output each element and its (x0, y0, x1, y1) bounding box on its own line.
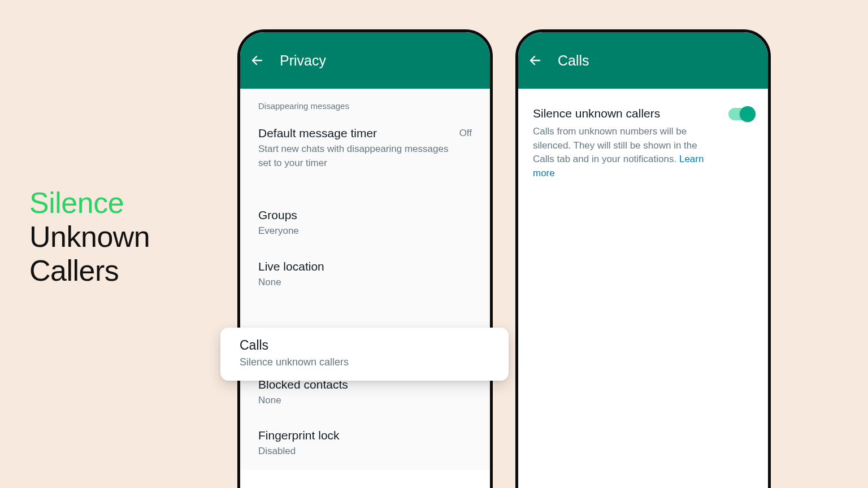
headline-line-3: Callers (29, 254, 119, 287)
setting-title: Calls (240, 338, 489, 353)
setting-title: Default message timer (258, 127, 453, 140)
setting-fingerprint-lock[interactable]: Fingerprint lock Disabled (240, 419, 490, 470)
appbar-calls: Calls (518, 32, 768, 89)
phone-privacy: Privacy Disappearing messages Default me… (237, 29, 493, 488)
setting-subtitle: Disabled (258, 445, 472, 459)
appbar-title: Calls (558, 53, 589, 69)
privacy-content: Disappearing messages Default message ti… (240, 89, 490, 470)
setting-value: Off (459, 127, 472, 139)
headline-line-1: Silence (29, 186, 124, 219)
setting-default-timer[interactable]: Default message timer Start new chats wi… (240, 116, 490, 181)
phone-calls: Calls Silence unknown callers Calls from… (515, 29, 771, 488)
setting-subtitle: None (258, 276, 472, 290)
setting-title: Silence unknown callers (533, 107, 721, 120)
setting-calls-highlighted[interactable]: Calls Silence unknown callers (220, 328, 509, 381)
setting-description: Calls from unknown numbers will be silen… (533, 125, 721, 181)
setting-subtitle: Start new chats with disappearing messag… (258, 142, 453, 170)
back-arrow-icon[interactable] (250, 54, 264, 67)
toggle-thumb (740, 106, 756, 122)
back-arrow-icon[interactable] (528, 54, 542, 67)
appbar-title: Privacy (280, 53, 326, 69)
setting-subtitle: Everyone (258, 224, 472, 238)
promo-headline: Silence Unknown Callers (29, 186, 150, 287)
setting-groups[interactable]: Groups Everyone (240, 198, 490, 250)
silence-toggle[interactable] (728, 108, 753, 120)
headline-line-2: Unknown (29, 220, 150, 253)
setting-subtitle: Silence unknown callers (240, 356, 489, 368)
setting-title: Groups (258, 208, 472, 222)
setting-title: Fingerprint lock (258, 429, 472, 442)
setting-silence-unknown-callers[interactable]: Silence unknown callers Calls from unkno… (518, 89, 768, 192)
setting-title: Live location (258, 260, 472, 273)
section-header-disappearing: Disappearing messages (240, 89, 490, 116)
appbar-privacy: Privacy (240, 32, 490, 89)
setting-subtitle: None (258, 394, 472, 408)
setting-live-location[interactable]: Live location None (240, 250, 490, 301)
